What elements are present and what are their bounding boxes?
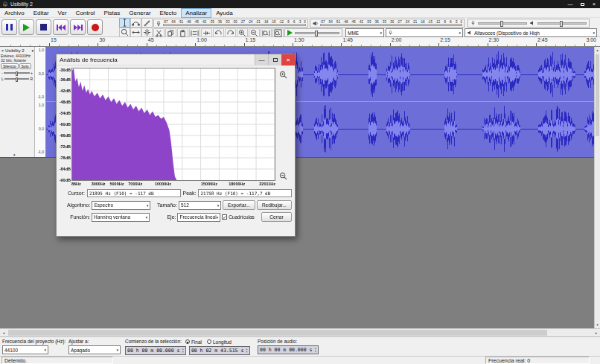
track-collapse-icon[interactable]: ▴ xyxy=(13,152,16,156)
play-button[interactable] xyxy=(19,19,34,35)
vertical-scrollbar[interactable]: ▴ ▾ xyxy=(594,47,600,328)
cut-button[interactable] xyxy=(153,28,165,37)
playback-meter[interactable]: -57-54-51-48-45-42-39-36-33-30-27-24-21-… xyxy=(310,19,465,28)
redo-button[interactable] xyxy=(225,28,236,37)
zoom-out-button[interactable] xyxy=(249,28,260,37)
audio-position-time[interactable]: 00 h 00 m 00.000 s ▴▾ xyxy=(258,345,319,354)
zoom-in-button[interactable] xyxy=(237,28,248,37)
menu-editar[interactable]: Editar xyxy=(29,8,54,18)
pan-slider[interactable]: L R xyxy=(0,76,34,82)
recording-volume-slider[interactable] xyxy=(478,22,527,25)
slider-thumb[interactable] xyxy=(500,21,503,27)
fit-project-button[interactable] xyxy=(272,28,284,37)
horizontal-scrollbar[interactable]: ◂ ▸ xyxy=(0,328,600,336)
window-maximize-button[interactable] xyxy=(576,0,588,8)
playback-device-select[interactable]: Altavoces (Dispositivo de High ▾ xyxy=(465,28,597,37)
dialog-minimize-button[interactable]: — xyxy=(255,54,268,66)
grids-checkbox-group[interactable]: ✓ Cuadrículas xyxy=(222,214,260,220)
selection-tool-button[interactable] xyxy=(119,18,130,28)
skip-to-start-button[interactable] xyxy=(53,19,68,35)
ruler-value: 0,0 xyxy=(39,127,44,131)
slider-thumb[interactable] xyxy=(560,21,563,27)
spectrum-plot[interactable] xyxy=(71,68,275,181)
window-close-button[interactable]: × xyxy=(588,0,600,8)
record-button[interactable] xyxy=(87,19,103,35)
scroll-down-icon[interactable]: ▾ xyxy=(595,322,600,328)
stop-button[interactable] xyxy=(36,19,51,35)
slider-thumb[interactable] xyxy=(16,77,18,82)
scrollbar-thumb[interactable] xyxy=(8,330,547,336)
zoom-out-icon[interactable] xyxy=(279,172,287,180)
copy-button[interactable] xyxy=(165,28,176,37)
axis-select[interactable]: Frecuencia lineal ▾ xyxy=(177,213,220,222)
algorithm-select[interactable]: Espectro ▾ xyxy=(92,201,150,210)
paste-button[interactable] xyxy=(177,28,188,37)
scrollbar-thumb[interactable] xyxy=(596,54,599,136)
fit-selection-button[interactable] xyxy=(261,28,272,37)
timeline-ruler[interactable]: 1530451:001:151:301:452:002:152:302:453:… xyxy=(0,37,600,47)
menu-archivo[interactable]: Archivo xyxy=(0,8,29,18)
play-at-speed-icon[interactable] xyxy=(287,30,293,36)
envelope-tool-button[interactable] xyxy=(130,18,141,28)
slider-thumb[interactable] xyxy=(16,71,18,76)
dialog-maximize-button[interactable] xyxy=(268,54,281,66)
time-shift-tool-button[interactable] xyxy=(130,28,141,37)
spin-down-icon[interactable]: ▾ xyxy=(246,351,247,354)
radio-end-option[interactable]: Final xyxy=(185,339,202,345)
scroll-up-icon[interactable]: ▴ xyxy=(595,47,600,54)
menu-control[interactable]: Control xyxy=(71,8,100,18)
gain-slider[interactable]: - + xyxy=(0,70,34,76)
zoom-in-icon[interactable] xyxy=(279,71,287,79)
vertical-ruler[interactable]: 1,00,0-1,01,00,0-1,0 xyxy=(35,47,46,157)
close-button[interactable]: Cerrar xyxy=(261,212,292,222)
recording-device-select[interactable]: ▾ xyxy=(386,28,463,37)
record-icon xyxy=(92,24,99,31)
audio-host-select[interactable]: MME ▾ xyxy=(345,28,384,37)
solo-button[interactable]: Solo xyxy=(19,63,31,69)
playback-speed-slider[interactable] xyxy=(295,32,339,34)
export-button[interactable]: Exportar... xyxy=(223,200,255,210)
trim-button[interactable] xyxy=(189,28,200,37)
titlebar[interactable]: Usibility 2 — × xyxy=(0,0,600,8)
window-minimize-button[interactable]: — xyxy=(564,0,576,8)
dialog-close-button[interactable]: × xyxy=(281,54,295,66)
menu-pistas[interactable]: Pistas xyxy=(99,8,124,18)
draw-tool-button[interactable] xyxy=(141,18,153,28)
playback-volume-slider[interactable] xyxy=(537,22,587,25)
pause-button[interactable] xyxy=(1,19,17,35)
silence-button[interactable] xyxy=(201,28,212,37)
snap-to-select[interactable]: Apagado ▾ xyxy=(68,345,121,354)
grids-checkbox[interactable]: ✓ xyxy=(222,214,227,220)
cursor-label: Cursor: xyxy=(60,191,85,196)
menu-ver[interactable]: Ver xyxy=(54,8,71,18)
menu-ayuda[interactable]: Ayuda xyxy=(211,8,237,18)
dialog-titlebar[interactable]: Análisis de frecuencia — × xyxy=(57,54,295,66)
zoom-tool-button[interactable] xyxy=(119,28,130,37)
scroll-left-icon[interactable]: ◂ xyxy=(0,329,7,336)
menu-analizar[interactable]: Analizar xyxy=(181,8,211,18)
mute-button[interactable]: Silencio xyxy=(1,63,19,69)
multi-tool-button[interactable] xyxy=(141,28,153,37)
replot-button[interactable]: Redibujar... xyxy=(257,200,292,210)
radio-length-option[interactable]: Longitud xyxy=(207,339,232,345)
scroll-right-icon[interactable]: ▸ xyxy=(593,329,600,336)
selection-end-time[interactable]: 00 h 02 m 43.515 s ▴▾ xyxy=(189,346,250,355)
menu-efecto[interactable]: Efecto xyxy=(156,8,182,18)
size-select[interactable]: 512 ▾ xyxy=(179,201,221,210)
function-select[interactable]: Hanning ventana ▾ xyxy=(92,213,150,222)
track-close-button[interactable]: × xyxy=(0,48,5,53)
skip-to-end-button[interactable] xyxy=(70,19,86,35)
undo-button[interactable] xyxy=(213,28,224,37)
spin-down-icon[interactable]: ▾ xyxy=(314,350,316,353)
selection-start-time[interactable]: 00 h 00 m 00.000 s ▴▾ xyxy=(125,346,186,355)
project-rate-select[interactable]: 44100 ▾ xyxy=(2,345,48,354)
radio-end[interactable] xyxy=(185,339,190,344)
track-menu-icon[interactable]: ▾ xyxy=(31,48,34,53)
recording-meter[interactable]: -57-54-51-48-45-42-39-36-33-30-27-24-21-… xyxy=(153,19,308,28)
minor-tick xyxy=(380,45,381,46)
radio-length[interactable] xyxy=(207,339,211,344)
spin-down-icon[interactable]: ▾ xyxy=(182,351,183,354)
slider-thumb[interactable] xyxy=(315,31,318,36)
menu-generar[interactable]: Generar xyxy=(124,8,155,18)
track-name[interactable]: Usibility 2 xyxy=(5,48,31,53)
